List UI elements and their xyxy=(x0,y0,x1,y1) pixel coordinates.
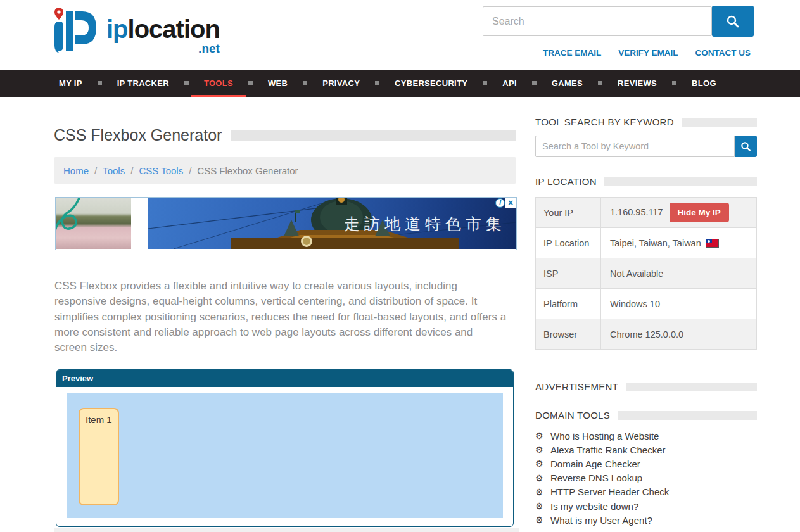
header-link-contact-us[interactable]: CONTACT US xyxy=(695,48,751,58)
ip-value-text: 1.160.95.117 xyxy=(610,207,663,217)
tool-search-button[interactable] xyxy=(735,136,757,157)
domain-tool-label: Domain Age Checker xyxy=(550,459,640,469)
nav-item-my-ip[interactable]: MY IP xyxy=(52,70,89,97)
domain-tool-what-is-my-user-agent[interactable]: ⚙What is my User Agent? xyxy=(535,513,757,527)
heading-ip-location-label: IP LOCATION xyxy=(535,176,597,187)
domain-tool-is-my-website-down[interactable]: ⚙Is my website down? xyxy=(535,499,757,513)
ip-row-value: 1.160.95.117Hide My IP xyxy=(601,198,757,228)
table-row: BrowserChrome 125.0.0.0 xyxy=(536,319,757,350)
domain-tool-label: Alexa Traffic Rank Checker xyxy=(550,445,665,455)
nav-separator xyxy=(598,81,602,86)
domain-tool-label: Reverse DNS Lookup xyxy=(550,472,642,483)
heading-decorative-bar xyxy=(626,383,757,391)
gear-icon: ⚙ xyxy=(535,515,550,525)
ip-row-label: Browser xyxy=(536,319,601,350)
site-logo[interactable]: iplocation .net xyxy=(49,6,220,56)
gear-icon: ⚙ xyxy=(535,473,550,483)
breadcrumb-link-css-tools[interactable]: CSS Tools xyxy=(139,165,183,176)
heading-ip-location: IP LOCATION xyxy=(535,176,757,187)
heading-decorative-bar xyxy=(618,411,757,420)
nav-separator xyxy=(98,81,102,86)
nav-item-tools[interactable]: TOOLS xyxy=(197,70,240,97)
ip-value-text: Windows 10 xyxy=(610,299,660,309)
breadcrumb-separator: / xyxy=(130,165,133,176)
ip-row-label: Your IP xyxy=(536,198,601,228)
domain-tools-list: ⚙Who is Hosting a Website⚙Alexa Traffic … xyxy=(535,429,757,527)
nav-item-api[interactable]: API xyxy=(495,70,524,97)
main-nav: MY IPIP TRACKERTOOLSWEBPRIVACYCYBERSECUR… xyxy=(0,70,800,97)
table-row: Your IP1.160.95.117Hide My IP xyxy=(536,198,757,228)
nav-item-blog[interactable]: BLOG xyxy=(685,70,723,97)
nav-item-games[interactable]: GAMES xyxy=(545,70,590,97)
logo-ip-icon xyxy=(49,6,104,56)
nav-item-privacy[interactable]: PRIVACY xyxy=(315,70,367,97)
ip-row-value: Taipei, Taiwan, Taiwan xyxy=(601,228,757,258)
heading-advertisement-label: ADVERTISEMENT xyxy=(535,381,618,392)
heading-tool-search-label: TOOL SEARCH BY KEYWORD xyxy=(535,117,674,127)
domain-tool-alexa-traffic-rank-checker[interactable]: ⚙Alexa Traffic Rank Checker xyxy=(535,443,757,457)
domain-tool-label: HTTP Server Header Check xyxy=(550,486,669,497)
ad-info-icon[interactable]: i xyxy=(495,198,505,208)
heading-decorative-bar xyxy=(682,118,757,127)
heading-tool-search: TOOL SEARCH BY KEYWORD xyxy=(535,117,757,127)
site-header: iplocation .net TRACE EMAILVERIFY EMAILC… xyxy=(0,0,800,70)
nav-item-web[interactable]: WEB xyxy=(261,70,295,97)
logo-text-net: .net xyxy=(198,42,220,56)
header-link-trace-email[interactable]: TRACE EMAIL xyxy=(543,48,601,58)
nav-item-cybersecurity[interactable]: CYBERSECURITY xyxy=(388,70,474,97)
table-row: PlatformWindows 10 xyxy=(536,289,757,319)
preview-panel-header: Preview xyxy=(56,370,513,387)
preview-panel: Preview Item 1 xyxy=(56,369,514,527)
heading-domain-tools: DOMAIN TOOLS xyxy=(535,410,757,421)
breadcrumb-current: CSS Flexbox Generator xyxy=(197,165,298,176)
flex-item-1: Item 1 xyxy=(79,408,119,505)
gear-icon: ⚙ xyxy=(535,431,550,441)
ip-row-label: ISP xyxy=(536,258,601,289)
taiwan-flag-icon xyxy=(706,239,718,247)
domain-tool-reverse-dns-lookup[interactable]: ⚙Reverse DNS Lookup xyxy=(535,471,757,485)
ad-placeholder-strip xyxy=(54,528,519,532)
ad-close-icon[interactable]: × xyxy=(505,198,516,208)
nav-separator xyxy=(248,81,253,86)
domain-tool-who-is-hosting-a-website[interactable]: ⚙Who is Hosting a Website xyxy=(535,429,757,443)
header-link-verify-email[interactable]: VERIFY EMAIL xyxy=(618,48,678,58)
tool-description: CSS Flexbox provides a flexible and intu… xyxy=(54,279,507,355)
domain-tool-http-server-header-check[interactable]: ⚙HTTP Server Header Check xyxy=(535,485,757,499)
heading-domain-tools-label: DOMAIN TOOLS xyxy=(535,410,610,421)
ad-image-right[interactable]: 走訪地道特色市集 xyxy=(148,198,516,249)
ip-row-value: Windows 10 xyxy=(601,289,757,319)
ip-value-text: Chrome 125.0.0.0 xyxy=(610,329,683,339)
nav-item-ip-tracker[interactable]: IP TRACKER xyxy=(110,70,176,97)
gear-icon: ⚙ xyxy=(535,445,550,455)
ad-image-left[interactable] xyxy=(56,198,131,249)
ad-overlay-text: 走訪地道特色市集 xyxy=(344,213,506,234)
tool-search-input[interactable] xyxy=(535,136,735,157)
ip-row-value: Chrome 125.0.0.0 xyxy=(601,319,757,350)
nav-separator xyxy=(303,81,307,86)
table-row: ISPNot Available xyxy=(536,258,757,289)
logo-text-location: location xyxy=(128,15,220,43)
breadcrumb-separator: / xyxy=(189,165,191,176)
breadcrumb-link-tools[interactable]: Tools xyxy=(103,165,125,176)
logo-wordmark: iplocation .net xyxy=(106,15,220,43)
gear-icon: ⚙ xyxy=(535,487,550,497)
header-search xyxy=(483,6,754,37)
domain-tool-domain-age-checker[interactable]: ⚙Domain Age Checker xyxy=(535,457,757,471)
nav-separator xyxy=(672,81,676,86)
breadcrumb-separator: / xyxy=(94,165,97,176)
ip-row-value: Not Available xyxy=(601,258,757,289)
tool-search xyxy=(535,136,757,157)
ad-icons: i × xyxy=(495,198,516,208)
title-row: CSS Flexbox Generator xyxy=(54,126,516,144)
header-links: TRACE EMAILVERIFY EMAILCONTACT US xyxy=(543,48,751,58)
hide-my-ip-button[interactable]: Hide My IP xyxy=(670,203,729,222)
breadcrumb-link-home[interactable]: Home xyxy=(63,165,89,176)
header-search-button[interactable] xyxy=(712,6,754,37)
search-icon xyxy=(740,141,751,152)
table-row: IP LocationTaipei, Taiwan, Taiwan xyxy=(536,228,757,258)
domain-tool-label: What is my User Agent? xyxy=(550,515,652,526)
nav-separator xyxy=(483,81,487,86)
nav-separator xyxy=(184,81,189,86)
header-search-input[interactable] xyxy=(483,6,712,36)
nav-item-reviews[interactable]: REVIEWS xyxy=(611,70,664,97)
